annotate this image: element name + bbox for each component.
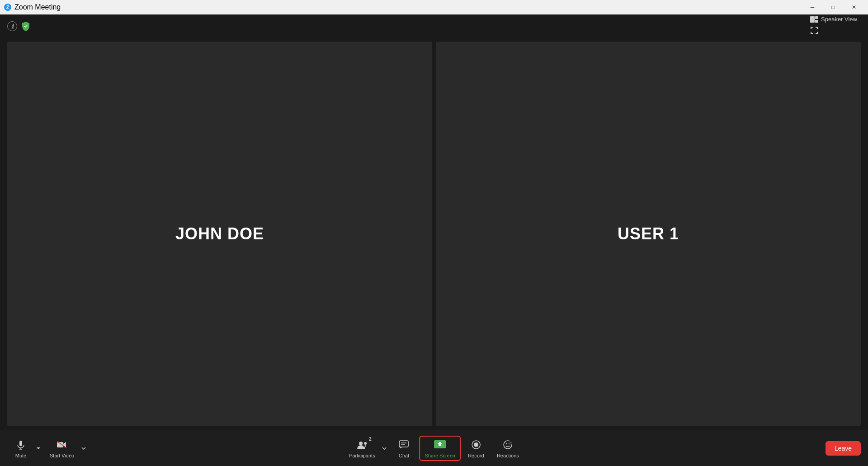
top-bar-left: ℹ (7, 21, 31, 31)
reactions-label: Reactions (497, 453, 519, 458)
shield-icon[interactable] (21, 21, 31, 31)
title-bar-controls: ─ □ ✕ (802, 0, 864, 14)
svg-point-10 (359, 442, 363, 445)
share-screen-label: Share Screen (425, 453, 455, 458)
participant-name-user1: USER 1 (618, 224, 679, 243)
start-video-label: Start Video (50, 453, 74, 458)
video-off-icon (57, 438, 67, 451)
video-group: Start Video (44, 436, 88, 461)
svg-point-11 (364, 442, 367, 445)
share-screen-icon (434, 438, 446, 451)
top-bar-right: Speaker View (807, 14, 861, 38)
video-grid: JOHN DOE USER 1 (0, 38, 868, 430)
svg-point-18 (474, 442, 478, 447)
participant-count-badge: 2 (369, 437, 372, 442)
toolbar-left: Mute (7, 436, 88, 461)
svg-text:Z: Z (6, 5, 9, 10)
speaker-view-label: Speaker View (821, 16, 857, 23)
video-tile-user1: USER 1 (436, 42, 861, 426)
svg-rect-2 (810, 16, 815, 23)
record-icon (471, 438, 481, 451)
participant-name-john-doe: JOHN DOE (175, 224, 264, 243)
video-chevron[interactable] (80, 437, 88, 460)
record-button[interactable]: Record (462, 436, 490, 461)
microphone-icon (16, 438, 26, 451)
participants-group: 2 Participants (344, 436, 388, 461)
speaker-view-button[interactable]: Speaker View (807, 14, 861, 24)
leave-button[interactable]: Leave (826, 441, 861, 456)
participants-button[interactable]: 2 Participants (344, 436, 380, 461)
title-text: Zoom Meeting (14, 3, 61, 11)
top-bar: ℹ Speaker View (0, 14, 868, 38)
title-bar: Z Zoom Meeting ─ □ ✕ (0, 0, 868, 14)
participants-label: Participants (349, 453, 375, 458)
meeting-area: ℹ Speaker View (0, 14, 868, 466)
chat-label: Chat (399, 453, 409, 458)
video-tile-john-doe: JOHN DOE (7, 42, 432, 426)
svg-rect-4 (815, 20, 818, 23)
close-button[interactable]: ✕ (844, 0, 864, 14)
mute-label: Mute (15, 453, 26, 458)
reactions-icon: + (503, 438, 513, 451)
speaker-view-icon (810, 16, 818, 23)
maximize-button[interactable]: □ (823, 0, 844, 14)
share-screen-button[interactable]: Share Screen (420, 436, 461, 461)
svg-point-20 (506, 443, 507, 444)
svg-rect-3 (815, 16, 818, 19)
fullscreen-icon[interactable] (807, 24, 861, 38)
mute-group: Mute (7, 436, 42, 461)
toolbar: Mute (0, 430, 868, 466)
chat-button[interactable]: Chat (391, 436, 418, 461)
svg-rect-5 (19, 441, 22, 446)
record-label: Record (468, 453, 484, 458)
participants-icon: 2 (356, 438, 368, 451)
app-icon: Z (4, 3, 12, 11)
toolbar-right: Leave (826, 441, 861, 456)
minimize-button[interactable]: ─ (802, 0, 823, 14)
info-icon[interactable]: ℹ (7, 21, 17, 31)
title-bar-left: Z Zoom Meeting (4, 3, 61, 11)
toolbar-center: 2 Participants (344, 436, 524, 461)
start-video-button[interactable]: Start Video (44, 436, 80, 461)
svg-rect-12 (400, 441, 409, 447)
reactions-button[interactable]: + Reactions (491, 436, 524, 461)
chat-icon (399, 438, 409, 451)
mute-chevron[interactable] (34, 437, 42, 460)
participants-chevron[interactable] (381, 437, 389, 460)
svg-text:+: + (510, 441, 512, 444)
mute-button[interactable]: Mute (7, 436, 34, 461)
